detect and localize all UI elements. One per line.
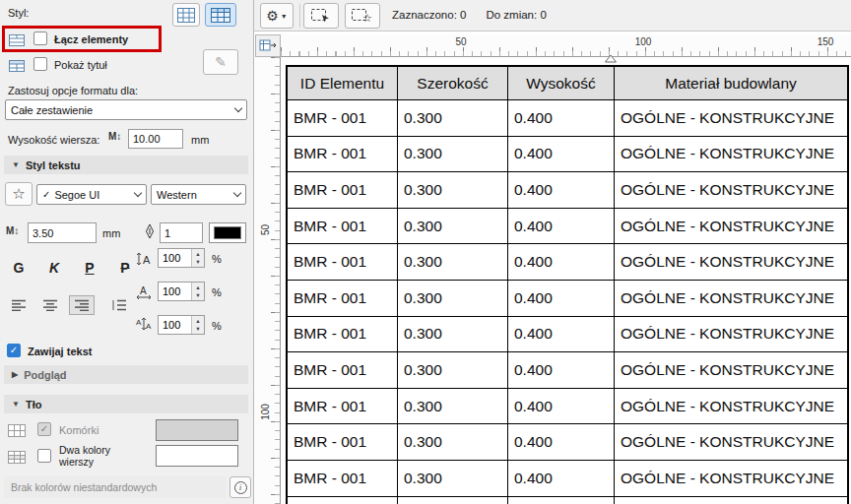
table-cell[interactable]: 0.400 — [508, 137, 615, 173]
table-row[interactable]: BMR - 0010.3000.400OGÓLNE - KONSTRUKCYJN… — [288, 209, 847, 245]
table-cell[interactable]: 0.400 — [508, 389, 615, 425]
ruler-origin-button[interactable] — [255, 34, 281, 57]
table-row[interactable]: BMR - 0010.3000.400OGÓLNE - KONSTRUKCYJN… — [288, 100, 847, 137]
align-right-button[interactable] — [69, 295, 95, 315]
table-cell[interactable]: 0.400 — [508, 352, 615, 389]
spinner-arrows[interactable]: ▲▼ — [191, 283, 204, 300]
view-mode-table-button[interactable] — [205, 3, 236, 27]
table-cell[interactable]: 0.300 — [398, 172, 508, 209]
table-header-cell[interactable]: ID Elementu — [288, 67, 398, 100]
table-cell[interactable]: 0.400 — [508, 172, 615, 209]
table-cell[interactable] — [508, 497, 615, 504]
script-dropdown[interactable]: Western — [151, 184, 246, 205]
h-ruler[interactable]: 50100150 — [281, 34, 851, 57]
char-height-spinner[interactable]: 100 ▲▼ — [158, 248, 205, 268]
table-cell[interactable]: 0.400 — [508, 244, 615, 281]
table-row[interactable]: BMR - 0010.3000.400OGÓLNE - KONSTRUKCYJN… — [288, 317, 847, 353]
table-cell[interactable]: OGÓLNE - KONSTRUKCYJNE — [615, 389, 847, 425]
table-cell[interactable]: BMR - 001 — [288, 424, 398, 461]
italic-button[interactable]: K — [43, 260, 65, 276]
font-dropdown[interactable]: ✓ Segoe UI — [36, 184, 147, 205]
settings-menu-button[interactable]: ⚙ ▼ — [260, 3, 294, 29]
table-cell[interactable]: BMR - 001 — [288, 209, 398, 245]
spinner-arrows[interactable]: ▲▼ — [191, 249, 204, 267]
underline-button[interactable]: P — [79, 260, 100, 276]
align-center-button[interactable] — [37, 295, 63, 315]
select-criteria-button[interactable]: ☆ — [345, 3, 380, 29]
table-header-cell[interactable]: Szerokość — [398, 67, 508, 100]
v-ruler[interactable]: 50100 — [254, 57, 281, 504]
table-cell[interactable]: 0.300 — [398, 317, 508, 353]
two-colors-swatch[interactable] — [156, 445, 238, 467]
table-cell[interactable]: 0.400 — [508, 281, 615, 317]
table-cell[interactable]: OGÓLNE - KONSTRUKCYJNE — [615, 352, 847, 389]
table-cell[interactable]: 0.400 — [508, 461, 615, 497]
table-cell[interactable]: 0.400 — [508, 424, 615, 461]
table-cell[interactable]: 0.400 — [508, 100, 615, 137]
table-cell[interactable]: BMR - 001 — [288, 461, 398, 497]
line-spacing-button[interactable] — [106, 295, 132, 315]
wrap-text-checkbox[interactable]: ✓ — [7, 344, 21, 357]
preview-section-header[interactable]: ▶ Podgląd — [4, 365, 248, 384]
table-cell[interactable]: 0.300 — [398, 389, 508, 425]
table-cell[interactable]: 0.300 — [398, 244, 508, 281]
table-row[interactable]: BMR - 0010.3000.400OGÓLNE - KONSTRUKCYJN… — [288, 389, 847, 425]
format-scope-dropdown[interactable]: Całe zestawienie — [5, 99, 247, 120]
table-cell[interactable] — [398, 497, 508, 504]
table-cell[interactable]: OGÓLNE - KONSTRUKCYJNE — [615, 317, 847, 353]
select-elements-button[interactable] — [303, 3, 339, 29]
table-cell[interactable]: BMR - 001 — [288, 389, 398, 425]
background-section-header[interactable]: ▼ Tło — [4, 395, 248, 413]
table-cell[interactable]: 0.300 — [398, 137, 508, 173]
spinner-value[interactable]: 100 — [159, 249, 191, 267]
table-cell[interactable]: OGÓLNE - KONSTRUKCYJNE — [615, 137, 847, 173]
cells-checkbox[interactable]: ✓ — [37, 422, 51, 436]
row-height-input[interactable]: 10.00 — [128, 129, 183, 149]
table-row[interactable] — [288, 497, 847, 504]
two-colors-checkbox[interactable] — [37, 449, 51, 463]
spinner-value[interactable]: 100 — [159, 316, 191, 334]
pen-number-input[interactable]: 1 — [160, 222, 203, 243]
table-cell[interactable]: OGÓLNE - KONSTRUKCYJNE — [615, 461, 847, 497]
table-cell[interactable]: 0.300 — [398, 352, 508, 389]
table-cell[interactable]: 0.400 — [508, 209, 615, 245]
table-cell[interactable]: BMR - 001 — [288, 281, 398, 317]
table-row[interactable]: BMR - 0010.3000.400OGÓLNE - KONSTRUKCYJN… — [288, 137, 847, 173]
table-cell[interactable]: BMR - 001 — [288, 352, 398, 389]
table-cell[interactable]: 0.300 — [398, 100, 508, 137]
table-cell[interactable]: 0.300 — [398, 424, 508, 461]
schedule-table[interactable]: ID ElementuSzerokośćWysokośćMateriał bud… — [286, 65, 849, 504]
line-spacing-spinner[interactable]: 100 ▲▼ — [158, 315, 205, 335]
table-cell[interactable]: BMR - 001 — [288, 100, 398, 137]
table-cell[interactable]: OGÓLNE - KONSTRUKCYJNE — [615, 209, 847, 245]
table-cell[interactable]: OGÓLNE - KONSTRUKCYJNE — [615, 100, 847, 137]
table-cell[interactable]: 0.300 — [398, 281, 508, 317]
strikethrough-button[interactable]: P — [114, 260, 136, 276]
table-row[interactable]: BMR - 0010.3000.400OGÓLNE - KONSTRUKCYJN… — [288, 461, 847, 497]
edit-title-button[interactable]: ✎ — [203, 49, 238, 75]
char-width-spinner[interactable]: 100 ▲▼ — [158, 282, 205, 301]
table-cell[interactable]: OGÓLNE - KONSTRUKCYJNE — [615, 281, 847, 317]
align-left-button[interactable] — [6, 295, 32, 315]
table-cell[interactable]: 0.300 — [398, 209, 508, 245]
table-cell[interactable]: BMR - 001 — [288, 317, 398, 353]
info-button[interactable]: i — [229, 476, 251, 498]
table-row[interactable]: BMR - 0010.3000.400OGÓLNE - KONSTRUKCYJN… — [288, 424, 847, 461]
text-style-section-header[interactable]: ▼ Styl tekstu — [4, 156, 248, 174]
pen-color-picker[interactable] — [209, 222, 246, 243]
table-cell[interactable]: BMR - 001 — [288, 137, 398, 173]
bold-button[interactable]: G — [8, 260, 30, 276]
table-header-cell[interactable]: Wysokość — [508, 67, 615, 100]
show-title-checkbox[interactable] — [33, 57, 47, 71]
table-cell[interactable] — [615, 497, 847, 504]
font-size-input[interactable]: 3.50 — [28, 222, 97, 243]
table-header-cell[interactable]: Materiał budowlany — [615, 67, 847, 100]
table-cell[interactable]: BMR - 001 — [288, 172, 398, 209]
view-mode-grid-button[interactable] — [172, 3, 200, 27]
table-row[interactable]: BMR - 0010.3000.400OGÓLNE - KONSTRUKCYJN… — [288, 352, 847, 389]
table-cell[interactable]: BMR - 001 — [288, 244, 398, 281]
cells-color-swatch[interactable] — [156, 419, 238, 441]
table-cell[interactable]: 0.300 — [398, 461, 508, 497]
table-row[interactable]: BMR - 0010.3000.400OGÓLNE - KONSTRUKCYJN… — [288, 281, 847, 317]
table-row[interactable]: BMR - 0010.3000.400OGÓLNE - KONSTRUKCYJN… — [288, 244, 847, 281]
